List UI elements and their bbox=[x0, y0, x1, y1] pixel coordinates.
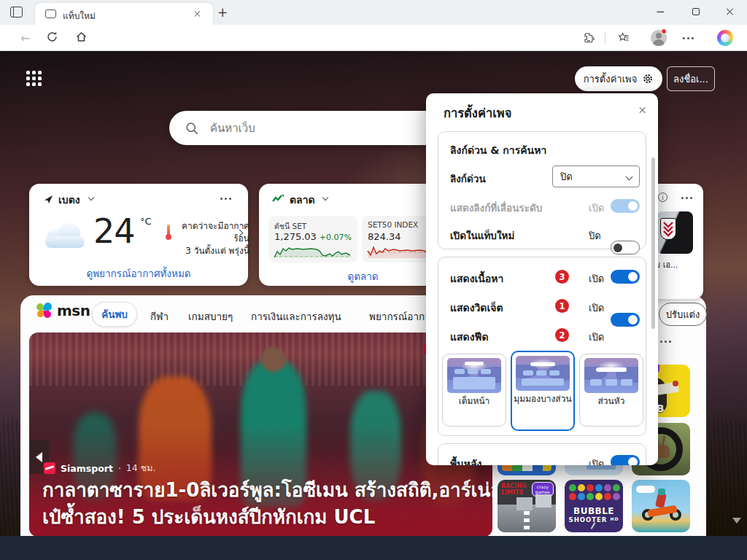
window-close-button[interactable] bbox=[727, 8, 734, 15]
sports-more-icon[interactable] bbox=[681, 196, 693, 199]
market-link[interactable]: ดูตลาด bbox=[310, 268, 416, 284]
show-content-badge: 3 bbox=[555, 270, 569, 284]
open-new-tab-state: ปิด bbox=[589, 228, 601, 244]
index-name: SET50 INDEX bbox=[368, 220, 418, 229]
temperature-unit: °C bbox=[140, 216, 152, 227]
weather-location[interactable]: เบตง bbox=[58, 192, 80, 208]
show-feed-badge: 2 bbox=[555, 328, 569, 342]
game-tile-racing[interactable]: RACINGLIMITS crazygames bbox=[498, 480, 556, 532]
page-settings-label: การตั้งค่าเพจ bbox=[584, 71, 638, 87]
layout-label: ส่วนหัว bbox=[580, 393, 643, 411]
screen: แท็บใหม่ + − ← ค้นหาหรือป้อนที่อยู่เว็บ bbox=[0, 0, 747, 560]
page-settings-button[interactable]: การตั้งค่าเพจ bbox=[575, 66, 662, 91]
panel-scrollbar[interactable] bbox=[651, 158, 655, 329]
taskbar: แท็บใหม่ - โพรไฟล์ 1 - ... bbox=[0, 536, 747, 560]
nav-tab-casual-games[interactable]: เกมสบายๆ bbox=[188, 308, 233, 324]
location-icon bbox=[44, 195, 53, 204]
nav-tab-finance[interactable]: การเงินและการลงทุน bbox=[251, 308, 341, 324]
promoted-links-label: แสดงลิงก์ที่เลื่อนระดับ bbox=[450, 200, 542, 216]
game-tile-moto[interactable] bbox=[632, 480, 690, 532]
chevron-down-icon[interactable] bbox=[322, 195, 328, 201]
chevron-down-icon[interactable] bbox=[88, 195, 94, 201]
copilot-icon[interactable] bbox=[717, 30, 733, 46]
game-title: RACINGLIMITS bbox=[501, 483, 526, 496]
show-feed-state: เปิด bbox=[589, 330, 604, 345]
show-content-state: เปิด bbox=[589, 271, 604, 287]
favorites-hub-icon[interactable] bbox=[617, 31, 630, 47]
weather-more-icon[interactable] bbox=[220, 197, 232, 200]
market-title[interactable]: ตลาด bbox=[290, 192, 315, 208]
games-more-icon[interactable] bbox=[660, 340, 672, 343]
browser-menu-icon[interactable] bbox=[683, 36, 694, 39]
panel-close-icon[interactable] bbox=[640, 107, 646, 114]
weather-widget[interactable]: เบตง 24 °C คาดว่าจะมีอากาศร้อน 3 วันตั้ง… bbox=[29, 184, 248, 286]
cloud-art bbox=[636, 486, 655, 493]
layout-label: มุมมองบางส่วน bbox=[512, 391, 573, 409]
window-minimize-button[interactable]: − bbox=[656, 5, 665, 18]
sign-in-label: ลงชื่อเ... bbox=[673, 71, 708, 87]
msn-logo[interactable]: msn bbox=[35, 302, 90, 319]
tab-title: แท็บใหม่ bbox=[63, 9, 96, 23]
tab-close-icon[interactable] bbox=[195, 11, 201, 18]
toolbar-divider bbox=[605, 32, 605, 44]
search-icon bbox=[185, 122, 198, 135]
show-widgets-toggle[interactable] bbox=[611, 313, 640, 327]
game-title: BUBBLE SHOOTER HD bbox=[565, 506, 623, 524]
team-badge-image bbox=[657, 211, 693, 254]
news-time: 14 ชม. bbox=[126, 461, 156, 475]
gear-icon bbox=[642, 73, 654, 85]
headline-line1: กาลาตาซาราย1-0ลิเวอร์พูล:โอซีเมน สร้างสถ… bbox=[42, 477, 487, 504]
market-trend-icon bbox=[272, 194, 284, 204]
news-card[interactable]: SI Siamsport · 14 ชม. กาลาตาซาราย1-0ลิเว… bbox=[29, 332, 492, 536]
layout-option-partial[interactable]: มุมมองบางส่วน bbox=[511, 351, 575, 431]
info-icon[interactable]: i bbox=[658, 192, 667, 202]
extensions-icon[interactable] bbox=[583, 31, 596, 44]
panel-title: การตั้งค่าเพจ bbox=[444, 104, 511, 122]
promoted-links-toggle bbox=[611, 199, 640, 213]
headline-line2: เป๋ซ้ำสอง! 5 ประเด็นหงส์ปีกหักเกม UCL bbox=[42, 504, 487, 531]
background-label: พื้นหลัง bbox=[450, 456, 481, 465]
msn-logo-text: msn bbox=[57, 302, 90, 319]
msn-butterfly-icon bbox=[35, 303, 53, 319]
layout-option-header[interactable]: ส่วนหัว bbox=[579, 354, 643, 427]
temperature-value: 24 bbox=[93, 211, 135, 251]
customize-button[interactable]: ปรับแต่ง bbox=[659, 303, 707, 326]
active-tab[interactable]: แท็บใหม่ bbox=[35, 3, 213, 25]
background-card: พื้นหลัง เปิด bbox=[438, 443, 646, 465]
refresh-icon[interactable] bbox=[46, 31, 58, 43]
background-state: เปิด bbox=[589, 456, 604, 465]
open-new-tab-toggle[interactable] bbox=[611, 241, 640, 254]
bubbles-art bbox=[569, 484, 576, 491]
weather-link[interactable]: ดูพยากรณ์อากาศทั้งหมด bbox=[29, 265, 248, 281]
back-icon[interactable]: ← bbox=[20, 31, 30, 45]
show-content-toggle[interactable] bbox=[611, 270, 640, 284]
nav-label: ค้นพบ bbox=[101, 306, 128, 322]
index-value: 1,275.03 bbox=[274, 231, 317, 242]
sports-teams-label: ม เอ... bbox=[655, 258, 678, 271]
browser-toolbar: ← ค้นหาหรือป้อนที่อยู่เว็บ bbox=[0, 25, 747, 51]
open-new-tab-label: เปิดในแท็บใหม่ bbox=[450, 228, 514, 244]
window-maximize-button[interactable] bbox=[692, 8, 700, 15]
page-scroll-down-icon[interactable] bbox=[732, 518, 741, 524]
index-tile-set[interactable]: ดัชนี SET 1,275.03 +0.07% bbox=[268, 216, 357, 262]
news-headline[interactable]: กาลาตาซาราย1-0ลิเวอร์พูล:โอซีเมน สร้างสถ… bbox=[42, 477, 487, 531]
quick-links-dropdown[interactable]: ปิด bbox=[552, 166, 640, 187]
apps-grid-icon[interactable] bbox=[26, 71, 42, 86]
sparkline-green bbox=[273, 245, 353, 260]
tab-actions-icon[interactable] bbox=[10, 7, 23, 18]
news-source-row[interactable]: Siamsport · 14 ชม. bbox=[44, 461, 155, 475]
dropdown-value: ปิด bbox=[560, 169, 573, 184]
show-widgets-state: เปิด bbox=[589, 300, 604, 316]
quick-links-card: ลิงก์ด่วน & การค้นหา ลิงก์ด่วน ปิด แสดงล… bbox=[438, 131, 646, 249]
sign-in-button[interactable]: ลงชื่อเ... bbox=[667, 66, 715, 91]
content-card: แสดงเนื้อหา 3 เปิด แสดงวิดเจ็ต 1 เปิด แส… bbox=[438, 257, 646, 436]
cloud-icon bbox=[42, 222, 88, 248]
background-toggle[interactable] bbox=[611, 455, 640, 465]
home-icon[interactable] bbox=[75, 31, 88, 43]
nav-tab-sports[interactable]: กีฬา bbox=[150, 308, 169, 324]
new-tab-button[interactable]: + bbox=[217, 7, 228, 18]
nav-tab-discover[interactable]: ค้นพบ bbox=[92, 302, 137, 327]
game-tile-bubble-shooter[interactable]: BUBBLE SHOOTER HD bbox=[565, 480, 623, 532]
layout-option-full[interactable]: เต็มหน้า bbox=[442, 354, 506, 427]
customize-label: ปรับแต่ง bbox=[666, 307, 700, 322]
